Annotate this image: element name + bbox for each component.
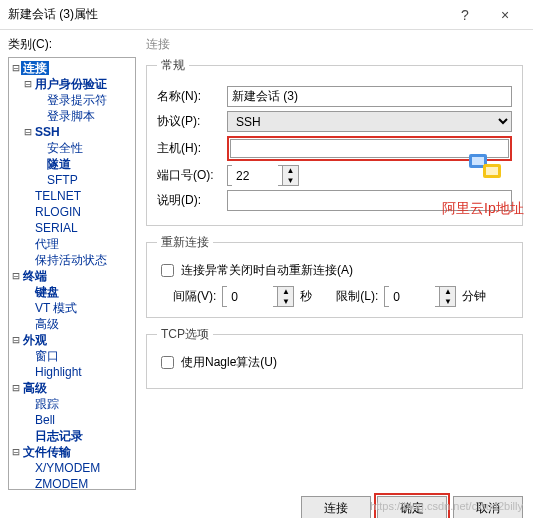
tree-item[interactable]: 键盘 xyxy=(23,284,135,300)
category-tree[interactable]: ⊟连接⊟用户身份验证登录提示符登录脚本⊟SSH安全性隧道SFTPTELNETRL… xyxy=(8,57,136,490)
help-button[interactable]: ? xyxy=(445,7,485,23)
reconnect-group: 重新连接 连接异常关闭时自动重新连接(A) 间隔(V): ▲▼ 秒 限制(L):… xyxy=(146,234,523,318)
tcp-legend: TCP选项 xyxy=(157,326,213,343)
limit-input[interactable] xyxy=(389,286,435,307)
general-legend: 常规 xyxy=(157,57,189,74)
auto-reconnect-input[interactable] xyxy=(161,264,174,277)
tree-item[interactable]: ⊟高级跟踪Bell日志记录 xyxy=(11,380,135,444)
auto-reconnect-checkbox[interactable]: 连接异常关闭时自动重新连接(A) xyxy=(157,261,512,280)
tree-item[interactable]: 登录脚本 xyxy=(35,108,135,124)
connection-icon xyxy=(467,152,503,185)
svg-rect-2 xyxy=(472,157,484,165)
dialog-body: 类别(C): ⊟连接⊟用户身份验证登录提示符登录脚本⊟SSH安全性隧道SFTPT… xyxy=(0,30,533,490)
nagle-checkbox[interactable]: 使用Nagle算法(U) xyxy=(157,353,512,372)
tree-item[interactable]: 跟踪 xyxy=(23,396,135,412)
tree-item[interactable]: ⊟外观窗口Highlight xyxy=(11,332,135,380)
ok-button[interactable]: 确定 xyxy=(377,496,447,518)
chevron-down-icon[interactable]: ▼ xyxy=(278,297,293,307)
auto-reconnect-label: 连接异常关闭时自动重新连接(A) xyxy=(181,262,353,279)
close-button[interactable]: × xyxy=(485,7,525,23)
tree-item[interactable]: ⊟文件传输X/YMODEMZMODEM xyxy=(11,444,135,490)
name-input[interactable] xyxy=(227,86,512,107)
chevron-up-icon[interactable]: ▲ xyxy=(440,287,455,297)
tree-item[interactable]: VT 模式 xyxy=(23,300,135,316)
nagle-label: 使用Nagle算法(U) xyxy=(181,354,277,371)
reconnect-legend: 重新连接 xyxy=(157,234,213,251)
tree-item[interactable]: X/YMODEM xyxy=(23,460,135,476)
tree-item[interactable]: 隧道 xyxy=(35,156,135,172)
chevron-up-icon[interactable]: ▲ xyxy=(283,166,298,176)
interval-spinner[interactable]: ▲▼ xyxy=(222,286,294,307)
category-panel: 类别(C): ⊟连接⊟用户身份验证登录提示符登录脚本⊟SSH安全性隧道SFTPT… xyxy=(8,34,136,490)
tree-item[interactable]: ⊟终端键盘VT 模式高级 xyxy=(11,268,135,332)
chevron-down-icon[interactable]: ▼ xyxy=(440,297,455,307)
tree-item[interactable]: ⊟SSH安全性隧道SFTP xyxy=(23,124,135,188)
section-title: 连接 xyxy=(146,36,523,53)
protocol-select[interactable]: SSH xyxy=(227,111,512,132)
name-label: 名称(N): xyxy=(157,88,221,105)
tree-item[interactable]: SFTP xyxy=(35,172,135,188)
port-label: 端口号(O): xyxy=(157,167,221,184)
tcp-group: TCP选项 使用Nagle算法(U) xyxy=(146,326,523,389)
port-spinner[interactable]: ▲▼ xyxy=(227,165,299,186)
tree-item[interactable]: 登录提示符 xyxy=(35,92,135,108)
nagle-input[interactable] xyxy=(161,356,174,369)
tree-item[interactable]: Highlight xyxy=(23,364,135,380)
titlebar: 新建会话 (3)属性 ? × xyxy=(0,0,533,30)
tree-item[interactable]: RLOGIN xyxy=(23,204,135,220)
dialog-buttons: 连接 确定 取消 xyxy=(0,490,533,518)
tree-item[interactable]: Bell xyxy=(23,412,135,428)
limit-label: 限制(L): xyxy=(336,288,378,305)
desc-label: 说明(D): xyxy=(157,192,221,209)
tree-item[interactable]: ZMODEM xyxy=(23,476,135,490)
settings-panel: 连接 常规 名称(N): 协议(P): SSH 主机(H): 端口号(O): xyxy=(144,34,525,490)
interval-unit: 秒 xyxy=(300,288,312,305)
annotation-text: 阿里云Ip地址 xyxy=(442,200,524,218)
chevron-down-icon[interactable]: ▼ xyxy=(283,176,298,186)
tree-item[interactable]: ⊟连接⊟用户身份验证登录提示符登录脚本⊟SSH安全性隧道SFTPTELNETRL… xyxy=(11,60,135,268)
interval-input[interactable] xyxy=(227,286,273,307)
tree-item[interactable]: 代理 xyxy=(23,236,135,252)
host-label: 主机(H): xyxy=(157,140,221,157)
tree-item[interactable]: SERIAL xyxy=(23,220,135,236)
chevron-up-icon[interactable]: ▲ xyxy=(278,287,293,297)
connect-button[interactable]: 连接 xyxy=(301,496,371,518)
category-label: 类别(C): xyxy=(8,36,136,53)
tree-item[interactable]: 窗口 xyxy=(23,348,135,364)
window-title: 新建会话 (3)属性 xyxy=(8,6,445,23)
tree-item[interactable]: 高级 xyxy=(23,316,135,332)
protocol-label: 协议(P): xyxy=(157,113,221,130)
svg-rect-3 xyxy=(486,167,498,175)
tree-item[interactable]: TELNET xyxy=(23,188,135,204)
limit-spinner[interactable]: ▲▼ xyxy=(384,286,456,307)
tree-item[interactable]: 安全性 xyxy=(35,140,135,156)
tree-item[interactable]: 日志记录 xyxy=(23,428,135,444)
interval-label: 间隔(V): xyxy=(173,288,216,305)
limit-unit: 分钟 xyxy=(462,288,486,305)
tree-item[interactable]: 保持活动状态 xyxy=(23,252,135,268)
tree-item[interactable]: ⊟用户身份验证登录提示符登录脚本 xyxy=(23,76,135,124)
cancel-button[interactable]: 取消 xyxy=(453,496,523,518)
port-input[interactable] xyxy=(232,165,278,186)
